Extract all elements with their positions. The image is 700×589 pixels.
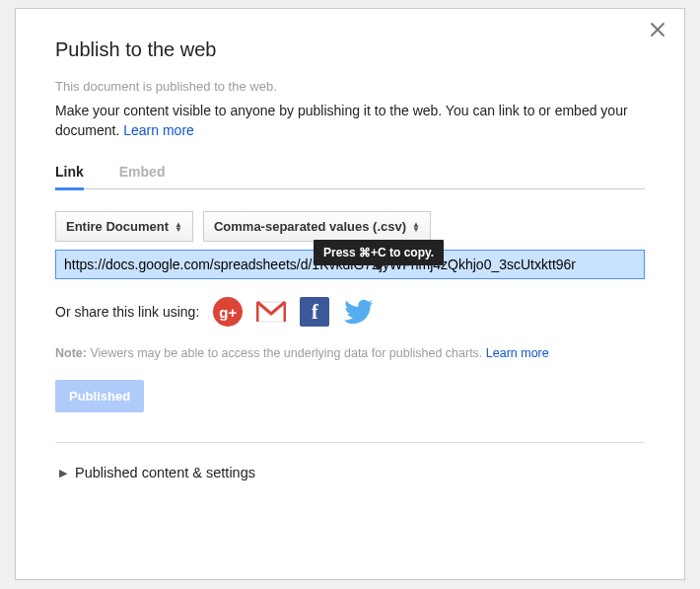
note-text: Viewers may be able to access the underl… — [87, 346, 486, 360]
share-prefix: Or share this link using: — [55, 304, 199, 320]
divider — [55, 442, 645, 443]
updown-icon: ▲▼ — [412, 222, 420, 232]
close-icon[interactable] — [649, 21, 672, 44]
twitter-icon[interactable] — [343, 297, 373, 327]
format-select[interactable]: Comma-separated values (.csv) ▲▼ — [203, 211, 431, 242]
publish-status: This document is published to the web. — [55, 79, 645, 94]
note-learn-more-link[interactable]: Learn more — [486, 346, 549, 360]
tabs: Link Embed — [55, 162, 645, 189]
note-line: Note: Viewers may be able to access the … — [55, 346, 645, 360]
dialog-title: Publish to the web — [55, 38, 645, 61]
dialog-description: Make your content visible to anyone by p… — [55, 102, 645, 140]
format-select-value: Comma-separated values (.csv) — [214, 219, 406, 234]
options-row: Entire Document ▲▼ Comma-separated value… — [55, 211, 645, 242]
tab-link[interactable]: Link — [55, 164, 84, 190]
copy-tooltip: Press ⌘+C to copy. — [314, 240, 444, 265]
google-plus-icon[interactable]: g+ — [213, 297, 243, 327]
updown-icon: ▲▼ — [175, 222, 182, 232]
share-row: Or share this link using: g+ f — [55, 297, 645, 327]
tab-embed[interactable]: Embed — [119, 164, 166, 190]
gmail-icon[interactable] — [256, 297, 286, 327]
chevron-right-icon: ▶ — [59, 467, 67, 479]
learn-more-link[interactable]: Learn more — [123, 122, 194, 138]
facebook-icon[interactable]: f — [300, 297, 329, 327]
note-label: Note: — [55, 346, 87, 360]
published-button[interactable]: Published — [55, 380, 144, 412]
expander-label: Published content & settings — [75, 465, 255, 480]
published-content-settings-expander[interactable]: ▶ Published content & settings — [55, 465, 645, 480]
publish-dialog: Publish to the web This document is publ… — [15, 8, 685, 580]
scope-select[interactable]: Entire Document ▲▼ — [55, 211, 193, 242]
scope-select-value: Entire Document — [66, 219, 169, 234]
